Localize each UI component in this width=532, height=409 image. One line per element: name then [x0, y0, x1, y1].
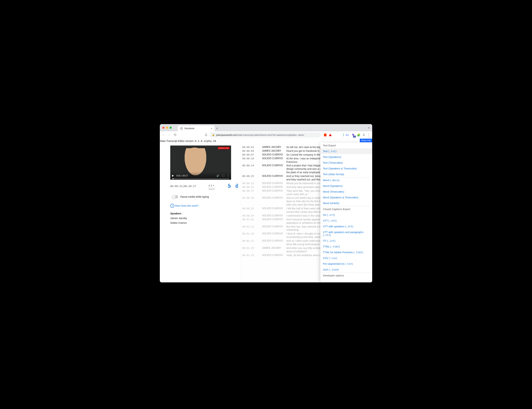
forward-button[interactable] — [167, 134, 171, 136]
tab-menu-icon[interactable] — [368, 126, 370, 129]
speaker-name[interactable]: SOLEIO CUERVO — [262, 175, 286, 177]
timecode[interactable]: 00:00:25 — [242, 175, 262, 177]
rewind-10-button[interactable]: 10 — [227, 184, 232, 189]
menu-item-word-speakers-timecodes[interactable]: Word (Speakers & Timecodes) — [320, 195, 372, 200]
speaker-name[interactable]: SOLEIO CUERVO — [262, 218, 286, 221]
warning-icon[interactable] — [329, 134, 332, 136]
speaker-name[interactable]: SOLEIO CUERVO — [262, 232, 286, 235]
translate-icon[interactable]: G文 — [346, 133, 349, 137]
reload-button[interactable] — [173, 133, 177, 136]
reading-list-icon[interactable]: ☰ — [363, 133, 365, 136]
pause-toggle[interactable] — [172, 195, 178, 198]
menu-item-text-speakers[interactable]: Text (Speakers) — [320, 154, 372, 160]
address-bar: 🔒 pietropassarelli.com/slate-transcript-… — [160, 131, 372, 139]
video-player[interactable]: FRONTLINE 0:31 / 20:17 🔊 ⛶ ⋮ — [170, 146, 231, 180]
menu-item-json[interactable]: Json (.json) — [320, 267, 372, 272]
menu-item-text-timecodes[interactable]: Text (Timecodes) — [320, 160, 372, 166]
timecode[interactable]: 00:01:29 — [242, 246, 262, 250]
timecode[interactable]: 00:01:16 — [242, 232, 262, 235]
speaker-name[interactable]: SOLEIO CUERVO — [262, 153, 286, 156]
speed-selector[interactable]: x 1 Speed — [208, 184, 215, 190]
timecode[interactable]: 00:01:21 — [242, 239, 262, 242]
close-tab-icon[interactable]: × — [211, 127, 212, 130]
menu-item-csv[interactable]: CSV (.csv) — [320, 255, 372, 261]
minimize-window-icon[interactable] — [166, 127, 168, 129]
badge-count: 28 — [353, 136, 356, 138]
timecode[interactable]: 00:01:02 — [242, 218, 262, 221]
video-more-icon[interactable]: ⋮ — [227, 175, 229, 177]
volume-icon[interactable]: 🔊 — [217, 175, 219, 177]
timecode[interactable]: 00:00:07 — [242, 153, 262, 156]
menu-item-vtt-speakers-paragraphs[interactable]: VTT with speakers and paragraphs (.vtt) — [320, 229, 372, 238]
menu-item-ttml-premiere[interactable]: TTML for Adobe Premiere (.ttml) — [320, 250, 372, 255]
menu-item-word-timecodes[interactable]: Word (Timecodes) — [320, 189, 372, 195]
export-menu: Text Export Text (.txt) Text (Speakers) … — [320, 143, 372, 282]
speaker-name[interactable]: JAMES JACOBY — [262, 149, 286, 152]
video-progress[interactable] — [172, 178, 229, 179]
extensions-icon[interactable]: 🧩 — [357, 133, 361, 137]
speaker-name[interactable]: SOLEIO CUERVO — [262, 189, 286, 192]
speaker-name[interactable]: SOLEIO CUERVO — [262, 225, 286, 228]
timecode[interactable]: 00:00:04 — [242, 149, 262, 152]
speaker-name[interactable]: SOLEIO CUERVO — [262, 239, 286, 242]
timecode-display: 00:00:31|00:20:17 — [170, 184, 196, 188]
extension-icon-1[interactable] — [343, 133, 343, 136]
page-content: Show Info Slate Transcript Editor versio… — [160, 139, 372, 282]
timecode[interactable]: 00:01:33 — [242, 254, 262, 257]
menu-item-word-ohms[interactable]: Word (OHMS) — [320, 200, 372, 206]
menu-item-pre-segmented-txt[interactable]: Pre segmented txt (.txt) — [320, 261, 372, 267]
timecode[interactable]: 00:00:01 — [242, 146, 262, 149]
menu-item-text-atlas[interactable]: Text (Atlas format) — [320, 171, 372, 177]
speaker-name[interactable]: SOLEIO CUERVO — [262, 196, 286, 199]
speaker-item[interactable]: Soleio Cuervo — [170, 221, 241, 224]
timecode[interactable]: 00:00:39 — [242, 196, 262, 199]
extension-icon-badge[interactable]: 28 — [352, 133, 355, 137]
pause-toggle-row: Pause media while typing — [172, 195, 241, 198]
menu-item-text-speakers-timecodes[interactable]: Text (Speakers & Timecodes) — [320, 166, 372, 171]
new-tab-button[interactable]: + — [215, 126, 219, 131]
menu-item-text-txt[interactable]: Text (.txt) — [320, 148, 372, 154]
svg-text:10: 10 — [236, 186, 238, 188]
play-icon[interactable] — [172, 175, 174, 177]
speaker-name[interactable]: SOLEIO CUERVO — [262, 157, 286, 160]
speaker-item[interactable]: James Jacoby — [170, 217, 241, 220]
close-window-icon[interactable] — [162, 127, 164, 129]
speaker-name[interactable]: SOLEIO CUERVO — [262, 164, 286, 167]
browser-tab[interactable]: Storybook × — [178, 126, 215, 131]
menu-item-srt[interactable]: Srt (.srt) — [320, 212, 372, 218]
brave-shields-icon[interactable] — [324, 133, 327, 137]
fullscreen-icon[interactable]: ⛶ — [222, 175, 224, 177]
speaker-name[interactable]: SOLEIO CUERVO — [262, 254, 286, 257]
timecode[interactable]: 00:00:32 — [242, 182, 262, 185]
speaker-name[interactable]: SOLEIO CUERVO — [262, 214, 286, 217]
timecode[interactable]: 00:00:10 — [242, 157, 262, 160]
menu-item-vtt-speakers[interactable]: VTT with speakers (.vtt) — [320, 223, 372, 229]
timecode[interactable]: 00:00:37 — [242, 189, 262, 192]
menu-item-ttml[interactable]: TTML (.ttml) — [320, 244, 372, 250]
menu-item-word-docx[interactable]: Word (.docx) — [320, 177, 372, 183]
timecode[interactable]: 00:01:11 — [242, 225, 262, 228]
menu-item-vtt[interactable]: VTT (.vtt) — [320, 218, 372, 223]
pause-toggle-label: Pause media while typing — [180, 195, 209, 198]
speaker-name[interactable]: JAMES JACOBY — [262, 146, 286, 148]
timecode[interactable]: 00:00:35 — [242, 186, 262, 188]
timecode[interactable]: 00:00:59 — [242, 214, 262, 217]
menu-item-itt[interactable]: iTT (.itt) — [320, 238, 372, 244]
speaker-name[interactable]: JAMES JACOBY — [262, 246, 286, 249]
speed-label: Speed — [209, 188, 214, 190]
timecode[interactable]: 00:00:14 — [242, 164, 262, 167]
how-does-this-work-link[interactable]: i How Does this work? — [170, 204, 241, 208]
url-box[interactable]: 🔒 pietropassarelli.com/slate-transcript-… — [210, 132, 321, 137]
info-icon: i — [170, 204, 174, 208]
forward-10-button[interactable]: 10 — [234, 184, 239, 189]
speaker-name[interactable]: SOLEIO CUERVO — [262, 182, 286, 185]
show-info-button[interactable]: Show Info — [360, 139, 372, 142]
bookmark-icon[interactable] — [204, 133, 208, 136]
speaker-name[interactable]: SOLEIO CUERVO — [262, 186, 286, 188]
browser-menu-icon[interactable]: ⋮ — [367, 133, 370, 137]
back-button[interactable] — [162, 134, 166, 136]
speaker-name[interactable]: SOLEIO CUERVO — [262, 207, 286, 210]
menu-item-word-speakers[interactable]: Word (Speakers) — [320, 183, 372, 189]
timecode[interactable]: 00:00:52 — [242, 207, 262, 210]
maximize-window-icon[interactable] — [170, 127, 172, 129]
